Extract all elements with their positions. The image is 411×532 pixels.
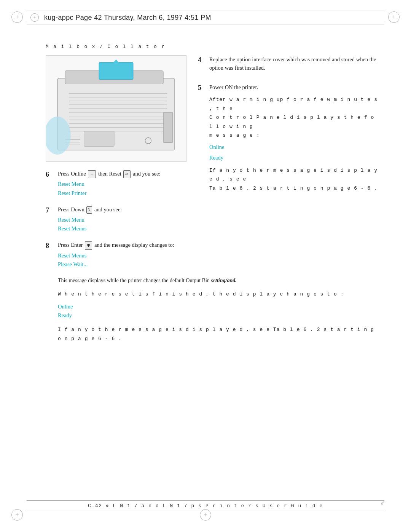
step-4-number: 4	[198, 55, 206, 65]
header-title: kug-appc Page 42 Thursday, March 6, 1997…	[44, 14, 211, 22]
step-8-text: Press Enter ✱ and the message display ch…	[58, 242, 174, 248]
step-6-number: 6	[46, 169, 54, 180]
steps-below: 6 Press Online ← then Reset ↵ and you se…	[46, 169, 381, 343]
step-7-number: 7	[46, 205, 54, 216]
step-6-text: Press Online ← then Reset ↵ and you see:	[58, 171, 161, 177]
corner-mark-tl	[11, 11, 23, 23]
page-footer: C-42 ❖ L N 1 7 a n d L N 1 7 p s P r i n…	[27, 500, 384, 511]
corner-mark-bl	[11, 509, 23, 521]
body-online: Online	[58, 302, 381, 311]
svg-rect-2	[99, 62, 133, 80]
body-ready: Ready	[58, 311, 381, 320]
header-circle-icon	[30, 13, 39, 22]
step-7-text: Press Down ⤵ and you see:	[58, 206, 122, 212]
step-4: 4 Replace the option interface cover whi…	[198, 55, 381, 74]
step-7-line2: Reset Menus	[58, 224, 381, 233]
page: kug-appc Page 42 Thursday, March 6, 1997…	[0, 0, 411, 532]
step-6-line2: Reset Printer	[58, 189, 381, 198]
section-label: M a i l b o x / C o l l a t o r	[46, 44, 165, 50]
step-4-content: Replace the option interface cover which…	[209, 55, 381, 74]
svg-marker-3	[112, 59, 120, 64]
step-6-line1: Reset Menu	[58, 180, 381, 189]
step-5-message-ready: Ready	[209, 153, 381, 162]
corner-mark-tr	[388, 11, 400, 23]
svg-rect-15	[84, 131, 114, 147]
step-7: 7 Press Down ⤵ and you see: Reset Menu R…	[46, 205, 381, 233]
enter-icon: ↵	[123, 170, 131, 179]
body-footnote: I f a n y o t h e r m e s s a g e i s d …	[58, 325, 381, 343]
page-header: kug-appc Page 42 Thursday, March 6, 1997…	[27, 11, 384, 24]
step-5-body: After w a r m i n g up f o r a f e w m i…	[209, 95, 381, 140]
asterisk-icon: ✱	[85, 241, 92, 250]
back-arrow-icon: ←	[88, 170, 96, 179]
footer-text: C-42 ❖ L N 1 7 a n d L N 1 7 p s P r i n…	[88, 503, 323, 509]
bottom-right-mark: ↙	[380, 499, 385, 506]
step-8-number: 8	[46, 241, 54, 251]
step-8: 8 Press Enter ✱ and the message display …	[46, 241, 381, 269]
step-4-text: Replace the option interface cover which…	[209, 55, 381, 72]
down-arrow-icon: ⤵	[86, 206, 92, 213]
step-8-content: Press Enter ✱ and the message display ch…	[58, 241, 381, 269]
step-5-number: 5	[198, 83, 206, 93]
step-7-line1: Reset Menu	[58, 216, 381, 224]
body-text-2: W h e n t h e r e s e t i s f i n i s h …	[58, 290, 381, 299]
step-7-content: Press Down ⤵ and you see: Reset Menu Res…	[58, 205, 381, 233]
step-8-line1: Reset Menus	[58, 251, 381, 260]
step-8-line2: Please Wait...	[58, 260, 381, 269]
step-5-text: Power ON the printer.	[209, 83, 381, 91]
body-text-1: This message displays while the printer …	[58, 276, 381, 285]
step-6: 6 Press Online ← then Reset ↵ and you se…	[46, 169, 381, 198]
printer-image	[46, 55, 186, 162]
step-5-message-online: Online	[209, 143, 381, 152]
step-6-content: Press Online ← then Reset ↵ and you see:…	[58, 169, 381, 198]
svg-rect-17	[163, 112, 173, 142]
content-area: 4 Replace the option interface cover whi…	[46, 55, 381, 498]
body-text-1-italic: tting/and.	[215, 278, 237, 283]
body-section: This message displays while the printer …	[58, 276, 381, 343]
